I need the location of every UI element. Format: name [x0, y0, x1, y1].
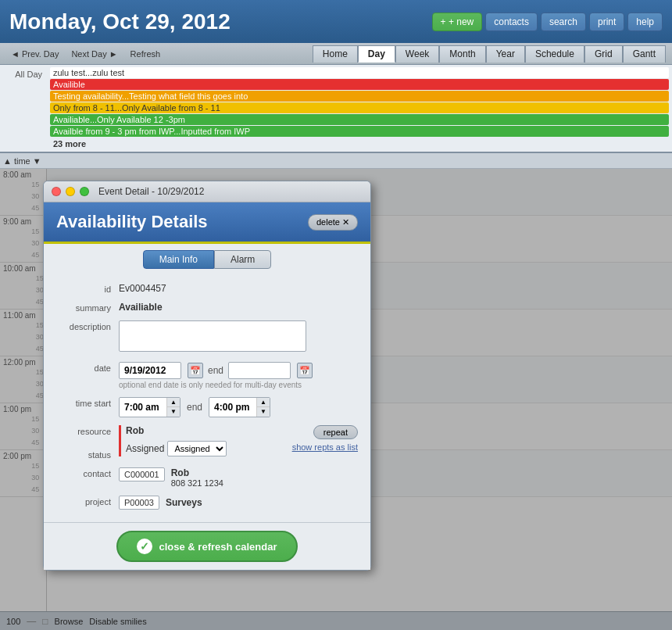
allday-event-6[interactable]: Availble from 9 - 3 pm from IWP...Inputt… [50, 126, 669, 137]
modal-tab-maininfo[interactable]: Main Info [143, 250, 214, 269]
tab-week[interactable]: Week [395, 45, 439, 63]
summary-label: summary [56, 300, 119, 313]
calendar-body: 8:00 am 15 30 45 9:00 am 15 30 45 10:00 … [0, 169, 672, 630]
field-project-row: project P00003 Surveys [56, 494, 358, 510]
resource-actions: repeat show repts as list [292, 425, 358, 452]
close-btn-row: ✓ close & refresh calendar [44, 522, 370, 570]
time-end-label: end [187, 402, 202, 413]
date-end-row: 📅 end 📅 [119, 362, 358, 379]
modal-tab-alarm[interactable]: Alarm [214, 250, 271, 269]
field-summary-row: summary Availiable [56, 300, 358, 313]
date-label: date [56, 360, 119, 373]
tab-month[interactable]: Month [439, 45, 485, 63]
field-contact-row: contact C000001 Rob 808 321 1234 [56, 466, 358, 488]
next-day-link[interactable]: Next Day ► [66, 48, 122, 60]
page-title: Monday, Oct 29, 2012 [9, 9, 231, 34]
allday-event-4[interactable]: Only from 8 - 11...Only Available from 8… [50, 102, 669, 113]
allday-events: zulu test...zulu test Availible Testing … [47, 65, 672, 152]
project-name: Surveys [166, 497, 202, 508]
allday-event-1[interactable]: zulu test...zulu test [50, 67, 669, 78]
time-end-up[interactable]: ▲ [257, 398, 270, 407]
optional-note: optional end date is only needed for mul… [119, 381, 358, 389]
close-refresh-label: close & refresh calendar [159, 541, 277, 553]
id-label: id [56, 281, 119, 294]
modal-tabs: Main Info Alarm [44, 244, 370, 275]
resource-border: Rob Assigned Assigned [119, 425, 227, 456]
prev-day-link[interactable]: ◄ Prev. Day [6, 48, 63, 60]
project-code[interactable]: P00003 [119, 496, 159, 510]
resource-label: resource status [56, 424, 119, 460]
check-icon: ✓ [137, 539, 152, 554]
end-label: end [208, 365, 223, 376]
field-time-row: time start ▲ ▼ end [56, 396, 358, 417]
nav-tabs: Home Day Week Month Year Schedule Grid G… [313, 45, 666, 63]
resource-value-wrap: Rob Assigned Assigned repe [119, 424, 358, 456]
time-start-wrap: ▲ ▼ [119, 397, 181, 417]
time-start-input[interactable] [120, 399, 166, 416]
time-end-wrap: ▲ ▼ [209, 397, 270, 417]
close-refresh-button[interactable]: ✓ close & refresh calendar [116, 531, 297, 562]
tab-schedule[interactable]: Schedule [525, 45, 584, 63]
status-row: Assigned Assigned [126, 441, 227, 456]
time-end-arrows: ▲ ▼ [256, 398, 270, 417]
end-date-cal-icon[interactable]: 📅 [297, 363, 313, 378]
time-start-down[interactable]: ▼ [167, 407, 180, 417]
tab-day[interactable]: Day [358, 45, 395, 63]
help-button[interactable]: help [627, 13, 663, 31]
print-button[interactable]: print [589, 13, 624, 31]
status-select[interactable]: Assigned [167, 441, 227, 456]
window-max-btn[interactable] [80, 187, 89, 196]
contact-phone: 808 321 1234 [171, 478, 223, 488]
id-value: Ev0004457 [119, 281, 358, 294]
form-area: id Ev0004457 summary Availiable descript… [44, 275, 370, 522]
window-close-btn[interactable] [52, 187, 61, 196]
window-min-btn[interactable] [66, 187, 75, 196]
status-value: Assigned [126, 443, 164, 454]
header-nav: + new contacts search print help [432, 13, 663, 31]
time-toggle[interactable]: ▲ time ▼ [3, 156, 41, 166]
tab-grid[interactable]: Grid [584, 45, 623, 63]
search-button[interactable]: search [541, 13, 586, 31]
time-end-down[interactable]: ▼ [257, 407, 270, 417]
tab-gantt[interactable]: Gantt [623, 45, 666, 63]
time-start-arrows: ▲ ▼ [166, 398, 180, 417]
refresh-link[interactable]: Refresh [126, 48, 166, 60]
repeat-button[interactable]: repeat [313, 425, 358, 439]
show-repts-link[interactable]: show repts as list [292, 442, 358, 452]
allday-event-2[interactable]: Availible [50, 79, 669, 90]
tab-home[interactable]: Home [313, 45, 358, 63]
delete-button[interactable]: delete ✕ [308, 214, 358, 231]
contact-name: Rob [171, 467, 223, 478]
contact-label: contact [56, 466, 119, 478]
allday-section: All Day zulu test...zulu test Availible … [0, 65, 672, 153]
time-start-label: time start [56, 396, 119, 408]
contact-info: Rob 808 321 1234 [171, 467, 223, 488]
allday-label: All Day [0, 65, 47, 152]
end-date-input[interactable] [228, 362, 291, 379]
time-header: ▲ time ▼ [0, 153, 672, 169]
summary-value: Availiable [119, 300, 358, 313]
description-textarea[interactable] [119, 320, 306, 352]
field-id-row: id Ev0004457 [56, 281, 358, 294]
field-description-row: description [56, 319, 358, 354]
allday-event-5[interactable]: Availiable...Only Available 12 -3pm [50, 114, 669, 125]
allday-event-3[interactable]: Testing availability...Testing what fiel… [50, 91, 669, 102]
contact-code[interactable]: C000001 [119, 467, 165, 481]
field-date-row: date 📅 end 📅 optional end date is only n… [56, 360, 358, 389]
calendar-area: All Day zulu test...zulu test Availible … [0, 65, 672, 630]
contacts-button[interactable]: contacts [485, 13, 538, 31]
resource-name: Rob [126, 425, 227, 436]
date-input[interactable] [119, 362, 181, 379]
description-label: description [56, 319, 119, 331]
event-detail-window: Event Detail - 10/29/2012 Availability D… [43, 181, 371, 571]
window-title: Event Detail - 10/29/2012 [98, 186, 204, 197]
avail-title: Availability Details [56, 212, 208, 232]
time-start-up[interactable]: ▲ [167, 398, 180, 407]
project-value-wrap: P00003 Surveys [119, 494, 358, 510]
toolbar: ◄ Prev. Day Next Day ► Refresh Home Day … [0, 43, 672, 65]
new-button[interactable]: + new [432, 13, 483, 31]
tab-year[interactable]: Year [486, 45, 525, 63]
time-end-input[interactable] [209, 399, 256, 416]
allday-more[interactable]: 23 more [50, 138, 669, 150]
date-cal-icon[interactable]: 📅 [188, 363, 203, 378]
